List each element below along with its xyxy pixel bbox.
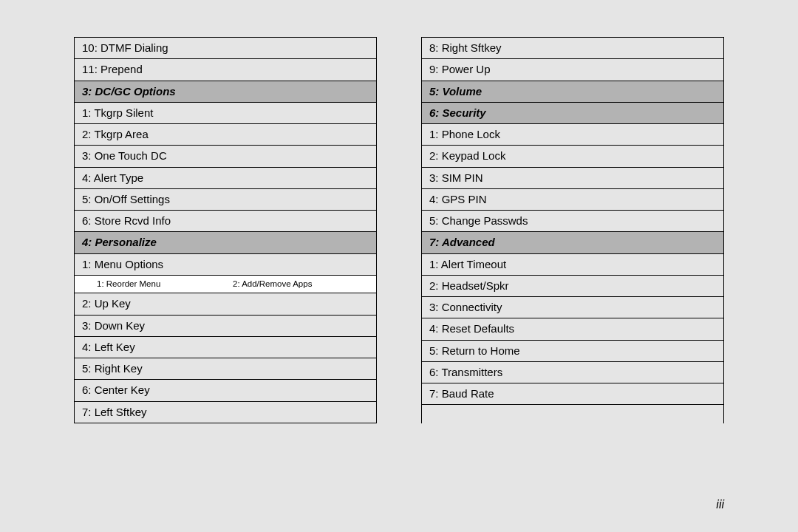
list-item: 2: Up Key: [75, 293, 376, 315]
right-column: 8: Right Sftkey 9: Power Up 5: Volume 6:…: [421, 37, 724, 423]
sub-list-row: 1: Reorder Menu 2: Add/Remove Apps: [75, 276, 376, 294]
sub-item: 1: Reorder Menu: [97, 279, 233, 290]
page-number: iii: [716, 498, 724, 511]
list-item: 6: Store Rcvd Info: [75, 211, 376, 232]
list-item: 8: Right Sftkey: [422, 38, 723, 59]
list-item: 4: Reset Defaults: [422, 318, 723, 340]
list-item: 2: Tkgrp Area: [75, 124, 376, 146]
section-header-security: 6: Security: [422, 103, 723, 124]
list-item: 2: Keypad Lock: [422, 146, 723, 167]
sub-item: 2: Add/Remove Apps: [233, 279, 369, 290]
list-item: 3: Connectivity: [422, 297, 723, 318]
section-header-personalize: 4: Personalize: [75, 232, 376, 253]
left-column: 10: DTMF Dialing 11: Prepend 3: DC/GC Op…: [74, 37, 377, 423]
list-item: 6: Transmitters: [422, 362, 723, 383]
section-header-advanced: 7: Advanced: [422, 232, 723, 253]
section-header-volume: 5: Volume: [422, 81, 723, 103]
list-item: 10: DTMF Dialing: [75, 38, 376, 59]
list-item: 11: Prepend: [75, 59, 376, 81]
list-item: 5: Change Passwds: [422, 211, 723, 232]
list-item: 5: Return to Home: [422, 341, 723, 362]
list-item: 5: Right Key: [75, 358, 376, 380]
list-item: 1: Menu Options: [75, 254, 376, 276]
list-item: 3: Down Key: [75, 316, 376, 337]
list-item: 4: GPS PIN: [422, 189, 723, 211]
list-item: 1: Phone Lock: [422, 124, 723, 146]
list-item: 9: Power Up: [422, 59, 723, 81]
list-item: 4: Alert Type: [75, 168, 376, 189]
list-item: 7: Baud Rate: [422, 383, 723, 405]
list-item: 7: Left Sftkey: [75, 402, 376, 423]
section-header-dcgc: 3: DC/GC Options: [75, 81, 376, 103]
list-item: 5: On/Off Settings: [75, 189, 376, 211]
list-item: 3: One Touch DC: [75, 146, 376, 167]
list-item: 1: Tkgrp Silent: [75, 103, 376, 124]
list-item: 2: Headset/Spkr: [422, 276, 723, 297]
list-item: 6: Center Key: [75, 380, 376, 401]
list-item: 4: Left Key: [75, 337, 376, 358]
list-item: 1: Alert Timeout: [422, 254, 723, 276]
list-item: 3: SIM PIN: [422, 168, 723, 189]
